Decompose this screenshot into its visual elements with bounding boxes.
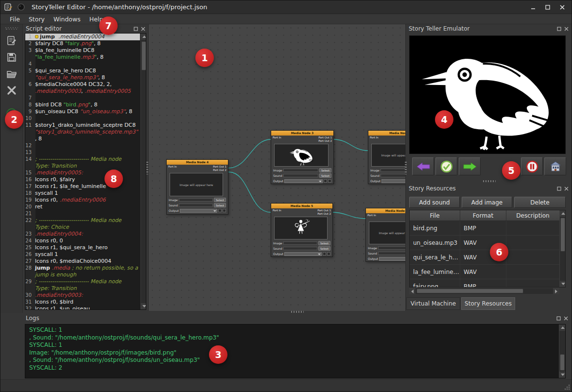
select-button[interactable]: Select	[318, 246, 330, 251]
script-editor[interactable]: 1jump .mediaEntry00042$fairy DC8 "fairy.…	[25, 33, 146, 310]
port-in-label[interactable]: Port In	[273, 136, 281, 143]
column-header-format[interactable]: Format	[460, 210, 506, 221]
script-line[interactable]: 22; -------------------------- Media nod…	[25, 217, 140, 231]
script-line[interactable]: 4	[25, 61, 140, 68]
table-row[interactable]: bird.pngBMP	[410, 221, 565, 236]
media-node[interactable]: Media Node 6Port InPort Out 1 Port Out 2…	[365, 208, 406, 262]
media-node-title[interactable]: Media Node 6	[366, 208, 406, 213]
select-button[interactable]: Select	[214, 198, 226, 202]
script-line[interactable]: 19lcons r0, .mediaEntry0006	[25, 197, 140, 204]
add-image-button[interactable]: Add image	[462, 197, 512, 208]
minimize-button[interactable]	[526, 2, 540, 12]
script-line[interactable]: 20ret	[25, 204, 140, 210]
script-line[interactable]: 27lcons r0, $mediaChoice0004	[25, 258, 140, 265]
tab-story-resources[interactable]: Story Resources	[461, 297, 515, 310]
port-out-labels[interactable]: Port Out 1 Port Out 2	[213, 165, 226, 172]
table-row[interactable]: un_oiseau.mp3WAV	[410, 236, 565, 250]
script-line[interactable]: 32lcons r1, $un_oiseau	[25, 306, 140, 310]
table-hscrollbar[interactable]	[409, 288, 559, 294]
output-combo[interactable]	[284, 179, 323, 183]
script-line[interactable]: 17lcons r1, $la_fee_luminelle	[25, 183, 140, 190]
forward-button[interactable]	[459, 157, 481, 175]
script-line[interactable]: 10	[25, 115, 140, 122]
logs-scrollbar[interactable]	[559, 324, 565, 378]
close-button[interactable]	[555, 2, 570, 12]
logs-output[interactable]: SYSCALL: 1, Sound: "/home/anthony/ostpro…	[25, 324, 566, 378]
select-button[interactable]: Select	[214, 203, 226, 207]
pause-button[interactable]	[521, 157, 543, 175]
select-button[interactable]: Select	[319, 173, 331, 178]
output-combo[interactable]	[284, 252, 322, 256]
output-mini-icon[interactable]	[323, 252, 326, 256]
resize-grip[interactable]	[564, 384, 571, 391]
media-node-title[interactable]: Media Node	[368, 131, 406, 136]
media-node-title[interactable]: Media Node 4	[167, 160, 228, 165]
node-canvas[interactable]: Media Node 4Port InPort Out 1 Port Out 2…	[148, 24, 406, 311]
script-line[interactable]: 23.mediaEntry0004:	[25, 231, 140, 238]
script-line[interactable]: 12	[25, 142, 140, 149]
media-node[interactable]: Media NodePort InPort Out 1 Port Out 2Im…	[368, 130, 406, 184]
port-out-labels[interactable]: Port Out 1 Port Out 2	[317, 209, 331, 216]
script-line[interactable]: 18syscall 1	[25, 190, 140, 197]
select-button[interactable]: Select	[318, 241, 330, 245]
float-panel-icon[interactable]	[556, 186, 561, 191]
port-in-label[interactable]: Port In	[370, 136, 379, 143]
script-line[interactable]: 9$un_oiseau DC8 "un_oiseau.mp3", 8	[25, 108, 140, 115]
output-mini-icon[interactable]	[324, 179, 327, 183]
save-button[interactable]	[3, 50, 20, 65]
script-line[interactable]: 7	[25, 95, 140, 102]
splitter-handle[interactable]	[405, 162, 407, 174]
output-combo[interactable]	[381, 179, 406, 183]
close-panel-icon[interactable]	[140, 26, 145, 31]
script-line[interactable]: 26syscall 1	[25, 251, 140, 258]
close-panel-icon[interactable]	[564, 186, 569, 191]
output-combo[interactable]	[180, 209, 217, 213]
open-project-button[interactable]	[3, 67, 20, 81]
output-mini-icon[interactable]	[327, 252, 330, 256]
script-line[interactable]: 21	[25, 210, 140, 217]
media-node-title[interactable]: Media Node 3	[271, 131, 333, 136]
float-panel-icon[interactable]	[556, 26, 561, 31]
script-scrollbar[interactable]	[140, 34, 146, 309]
splitter-handle[interactable]	[483, 180, 496, 182]
media-node[interactable]: Media Node 3Port InPort Out 1 Port Out 2…	[271, 130, 334, 184]
tab-virtual-machine[interactable]: Virtual Machine	[406, 297, 460, 310]
back-button[interactable]	[412, 157, 434, 175]
menu-windows[interactable]: Windows	[49, 15, 85, 24]
script-line[interactable]: 3$la_fee_luminelle DC8 "la_fee_luminelle…	[25, 47, 140, 61]
table-row[interactable]: qui_sera_le_h…WAV	[410, 250, 565, 265]
media-node[interactable]: Media Node 4Port InPort Out 1 Port Out 2…	[166, 159, 228, 215]
home-button[interactable]	[544, 157, 566, 175]
menu-file[interactable]: File	[5, 15, 24, 24]
validate-button[interactable]	[435, 157, 457, 175]
splitter-handle[interactable]	[146, 162, 148, 174]
close-project-button[interactable]	[3, 83, 20, 98]
title-bar[interactable]: StoryTeller Editor - /home/anthony/ostpr…	[0, 0, 572, 14]
script-line[interactable]: 11$story1_drako_luminelle_sceptre DC8 "s…	[25, 122, 140, 142]
table-row[interactable]: la_fee_lumine…WAV	[410, 265, 565, 279]
port-in-label[interactable]: Port In	[168, 165, 177, 172]
column-header-file[interactable]: File	[410, 210, 460, 221]
add-sound-button[interactable]: Add sound	[409, 197, 460, 208]
script-line[interactable]: 24lcons r0, 0	[25, 238, 140, 244]
menu-story[interactable]: Story	[24, 15, 49, 24]
script-line[interactable]: 28jump .media ; no return possible, so a…	[25, 265, 140, 278]
float-panel-icon[interactable]	[556, 316, 561, 321]
port-in-label[interactable]: Port In	[367, 214, 376, 221]
table-row[interactable]: fairy.pngBMP	[410, 279, 565, 288]
script-line[interactable]: 2$fairy DC8 "fairy.png", 8	[25, 40, 140, 47]
output-mini-icon[interactable]	[223, 209, 226, 212]
table-vscrollbar[interactable]	[559, 210, 566, 287]
output-combo[interactable]	[379, 257, 406, 261]
new-script-button[interactable]	[3, 34, 20, 48]
script-line[interactable]: 13	[25, 149, 140, 156]
script-line[interactable]: 1jump .mediaEntry0004	[25, 34, 140, 40]
port-out-labels[interactable]: Port Out 1 Port Out 2	[318, 136, 332, 143]
close-panel-icon[interactable]	[563, 316, 568, 321]
float-panel-icon[interactable]	[133, 26, 138, 31]
delete-button[interactable]: Delete	[514, 197, 566, 208]
media-node[interactable]: Media Node 5Port InPort Out 1 Port Out 2…	[271, 203, 333, 257]
output-mini-icon[interactable]	[218, 209, 222, 212]
script-line[interactable]: 30.mediaEntry0003:	[25, 292, 140, 299]
script-line[interactable]: 31lcons r0, $bird	[25, 299, 140, 306]
